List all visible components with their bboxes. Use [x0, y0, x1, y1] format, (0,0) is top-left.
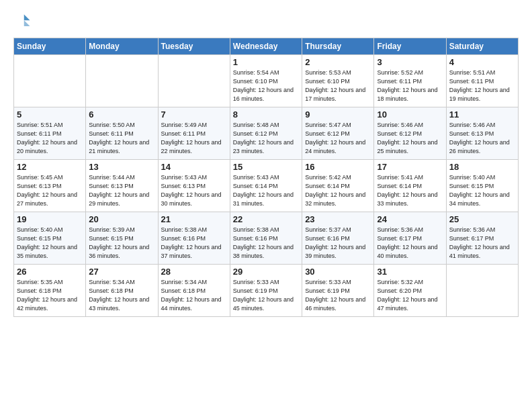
day-number: 31 [377, 267, 443, 277]
day-cell: 11Sunrise: 5:46 AM Sunset: 6:13 PM Dayli… [446, 107, 518, 160]
day-number: 16 [305, 162, 371, 172]
day-cell: 19Sunrise: 5:40 AM Sunset: 6:15 PM Dayli… [14, 212, 86, 265]
day-number: 12 [17, 162, 83, 172]
day-cell: 15Sunrise: 5:43 AM Sunset: 6:14 PM Dayli… [230, 160, 302, 212]
day-number: 26 [17, 267, 83, 277]
day-cell: 10Sunrise: 5:46 AM Sunset: 6:12 PM Dayli… [374, 107, 446, 160]
day-info: Sunrise: 5:53 AM Sunset: 6:10 PM Dayligh… [305, 68, 371, 103]
day-cell: 9Sunrise: 5:47 AM Sunset: 6:12 PM Daylig… [302, 107, 374, 160]
day-number: 7 [161, 109, 227, 120]
day-cell: 25Sunrise: 5:36 AM Sunset: 6:17 PM Dayli… [446, 212, 518, 265]
day-info: Sunrise: 5:46 AM Sunset: 6:13 PM Dayligh… [449, 121, 515, 156]
day-cell [86, 55, 158, 107]
svg-marker-1 [24, 20, 30, 26]
day-info: Sunrise: 5:43 AM Sunset: 6:13 PM Dayligh… [161, 173, 227, 208]
day-number: 18 [449, 162, 515, 172]
day-cell: 31Sunrise: 5:32 AM Sunset: 6:20 PM Dayli… [374, 265, 446, 317]
week-row-1: 1Sunrise: 5:54 AM Sunset: 6:10 PM Daylig… [14, 55, 519, 107]
day-info: Sunrise: 5:38 AM Sunset: 6:16 PM Dayligh… [233, 226, 299, 261]
day-number: 11 [449, 109, 515, 120]
week-row-2: 5Sunrise: 5:51 AM Sunset: 6:11 PM Daylig… [14, 107, 519, 160]
day-info: Sunrise: 5:37 AM Sunset: 6:16 PM Dayligh… [305, 226, 371, 261]
day-cell: 26Sunrise: 5:35 AM Sunset: 6:18 PM Dayli… [14, 265, 86, 317]
weekday-sunday: Sunday [14, 38, 86, 55]
day-cell: 17Sunrise: 5:41 AM Sunset: 6:14 PM Dayli… [374, 160, 446, 212]
day-info: Sunrise: 5:36 AM Sunset: 6:17 PM Dayligh… [449, 226, 515, 261]
day-info: Sunrise: 5:35 AM Sunset: 6:18 PM Dayligh… [17, 278, 83, 313]
day-cell: 24Sunrise: 5:36 AM Sunset: 6:17 PM Dayli… [374, 212, 446, 265]
day-number: 20 [89, 214, 154, 224]
day-number: 4 [449, 57, 515, 67]
day-cell: 20Sunrise: 5:39 AM Sunset: 6:15 PM Dayli… [86, 212, 158, 265]
weekday-friday: Friday [374, 38, 446, 55]
day-info: Sunrise: 5:34 AM Sunset: 6:18 PM Dayligh… [89, 278, 154, 313]
day-info: Sunrise: 5:33 AM Sunset: 6:19 PM Dayligh… [233, 278, 299, 313]
day-number: 5 [17, 109, 83, 120]
day-cell: 18Sunrise: 5:40 AM Sunset: 6:15 PM Dayli… [446, 160, 518, 212]
day-info: Sunrise: 5:38 AM Sunset: 6:16 PM Dayligh… [161, 226, 227, 261]
day-number: 13 [89, 162, 154, 172]
day-info: Sunrise: 5:50 AM Sunset: 6:11 PM Dayligh… [89, 121, 154, 156]
day-info: Sunrise: 5:46 AM Sunset: 6:12 PM Dayligh… [377, 121, 443, 156]
day-info: Sunrise: 5:43 AM Sunset: 6:14 PM Dayligh… [233, 173, 299, 208]
day-info: Sunrise: 5:39 AM Sunset: 6:15 PM Dayligh… [89, 226, 154, 261]
day-cell: 13Sunrise: 5:44 AM Sunset: 6:13 PM Dayli… [86, 160, 158, 212]
day-info: Sunrise: 5:44 AM Sunset: 6:13 PM Dayligh… [89, 173, 154, 208]
day-cell: 16Sunrise: 5:42 AM Sunset: 6:14 PM Dayli… [302, 160, 374, 212]
day-number: 19 [17, 214, 83, 224]
day-number: 2 [305, 57, 371, 67]
day-number: 10 [377, 109, 443, 120]
day-number: 6 [89, 109, 154, 120]
day-number: 1 [233, 57, 299, 67]
day-cell: 5Sunrise: 5:51 AM Sunset: 6:11 PM Daylig… [14, 107, 86, 160]
day-cell: 12Sunrise: 5:45 AM Sunset: 6:13 PM Dayli… [14, 160, 86, 212]
day-info: Sunrise: 5:32 AM Sunset: 6:20 PM Dayligh… [377, 278, 443, 313]
day-number: 17 [377, 162, 443, 172]
day-cell [446, 265, 518, 317]
day-info: Sunrise: 5:51 AM Sunset: 6:11 PM Dayligh… [17, 121, 83, 156]
day-number: 27 [89, 267, 154, 277]
day-info: Sunrise: 5:40 AM Sunset: 6:15 PM Dayligh… [17, 226, 83, 261]
day-cell: 6Sunrise: 5:50 AM Sunset: 6:11 PM Daylig… [86, 107, 158, 160]
day-info: Sunrise: 5:45 AM Sunset: 6:13 PM Dayligh… [17, 173, 83, 208]
logo-icon [13, 12, 32, 31]
day-cell: 28Sunrise: 5:34 AM Sunset: 6:18 PM Dayli… [158, 265, 230, 317]
day-cell: 27Sunrise: 5:34 AM Sunset: 6:18 PM Dayli… [86, 265, 158, 317]
day-info: Sunrise: 5:47 AM Sunset: 6:12 PM Dayligh… [305, 121, 371, 156]
day-cell: 3Sunrise: 5:52 AM Sunset: 6:11 PM Daylig… [374, 55, 446, 107]
day-cell: 1Sunrise: 5:54 AM Sunset: 6:10 PM Daylig… [230, 55, 302, 107]
weekday-saturday: Saturday [446, 38, 518, 55]
day-cell: 21Sunrise: 5:38 AM Sunset: 6:16 PM Dayli… [158, 212, 230, 265]
day-number: 28 [161, 267, 227, 277]
day-cell: 2Sunrise: 5:53 AM Sunset: 6:10 PM Daylig… [302, 55, 374, 107]
day-info: Sunrise: 5:36 AM Sunset: 6:17 PM Dayligh… [377, 226, 443, 261]
day-number: 8 [233, 109, 299, 120]
day-info: Sunrise: 5:33 AM Sunset: 6:19 PM Dayligh… [305, 278, 371, 313]
day-info: Sunrise: 5:52 AM Sunset: 6:11 PM Dayligh… [377, 68, 443, 103]
day-number: 14 [161, 162, 227, 172]
weekday-monday: Monday [86, 38, 158, 55]
weekday-header-row: SundayMondayTuesdayWednesdayThursdayFrid… [14, 38, 519, 55]
day-cell: 14Sunrise: 5:43 AM Sunset: 6:13 PM Dayli… [158, 160, 230, 212]
day-number: 24 [377, 214, 443, 224]
day-info: Sunrise: 5:54 AM Sunset: 6:10 PM Dayligh… [233, 68, 299, 103]
day-info: Sunrise: 5:40 AM Sunset: 6:15 PM Dayligh… [449, 173, 515, 208]
day-cell: 22Sunrise: 5:38 AM Sunset: 6:16 PM Dayli… [230, 212, 302, 265]
day-cell: 30Sunrise: 5:33 AM Sunset: 6:19 PM Dayli… [302, 265, 374, 317]
day-info: Sunrise: 5:51 AM Sunset: 6:11 PM Dayligh… [449, 68, 515, 103]
day-cell: 4Sunrise: 5:51 AM Sunset: 6:11 PM Daylig… [446, 55, 518, 107]
week-row-5: 26Sunrise: 5:35 AM Sunset: 6:18 PM Dayli… [14, 265, 519, 317]
day-number: 15 [233, 162, 299, 172]
week-row-4: 19Sunrise: 5:40 AM Sunset: 6:15 PM Dayli… [14, 212, 519, 265]
day-number: 23 [305, 214, 371, 224]
day-number: 3 [377, 57, 443, 67]
weekday-wednesday: Wednesday [230, 38, 302, 55]
weekday-tuesday: Tuesday [158, 38, 230, 55]
header [13, 12, 519, 31]
day-cell: 7Sunrise: 5:49 AM Sunset: 6:11 PM Daylig… [158, 107, 230, 160]
day-cell [14, 55, 86, 107]
week-row-3: 12Sunrise: 5:45 AM Sunset: 6:13 PM Dayli… [14, 160, 519, 212]
day-cell: 8Sunrise: 5:48 AM Sunset: 6:12 PM Daylig… [230, 107, 302, 160]
day-number: 29 [233, 267, 299, 277]
day-cell: 29Sunrise: 5:33 AM Sunset: 6:19 PM Dayli… [230, 265, 302, 317]
